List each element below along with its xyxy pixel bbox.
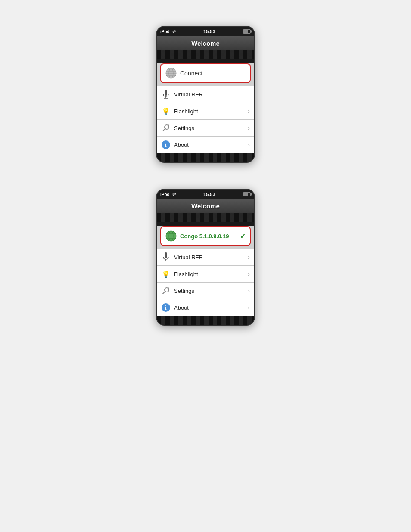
- stripe-top-1: [157, 50, 254, 59]
- globe-icon-2: [165, 230, 177, 242]
- content-1: Connect Virtual RFR 💡 Flashlight: [157, 63, 254, 153]
- flashlight-label-2: Flashlight: [174, 271, 244, 277]
- device-screen1: iPod ⇌ 15.53 Welcome: [156, 26, 255, 163]
- stripe-bottom-2: [157, 316, 254, 325]
- bulb-icon-2: 💡: [161, 269, 171, 279]
- settings-label-2: Settings: [174, 288, 244, 294]
- microphone-icon-2: [161, 252, 171, 262]
- about-chevron-2: ›: [248, 304, 250, 311]
- virtual-rfr-label-1: Virtual RFR: [174, 91, 250, 98]
- connect-label-1: Connect: [180, 70, 246, 77]
- carrier-wifi-2: iPod ⇌: [160, 192, 176, 197]
- about-chevron-1: ›: [248, 141, 250, 148]
- list-item-flashlight-1[interactable]: 💡 Flashlight ›: [157, 103, 254, 120]
- list-item-flashlight-2[interactable]: 💡 Flashlight ›: [157, 266, 254, 283]
- connect-row-2[interactable]: Congo 5.1.0.9.0.19 ✓: [160, 226, 251, 246]
- battery-icon-1: [243, 29, 251, 34]
- menu-list-2: Virtual RFR › 💡 Flashlight › Settings: [157, 249, 254, 316]
- about-label-1: About: [174, 142, 244, 148]
- connected-label-2: Congo 5.1.0.9.0.19: [180, 233, 237, 240]
- flashlight-chevron-2: ›: [248, 271, 250, 277]
- virtual-rfr-chevron-2: ›: [248, 254, 250, 261]
- connect-row-1[interactable]: Connect: [160, 63, 251, 83]
- flashlight-label-1: Flashlight: [174, 108, 244, 115]
- carrier-wifi-1: iPod ⇌: [160, 29, 176, 34]
- about-label-2: About: [174, 305, 244, 311]
- wifi-icon-1: ⇌: [172, 29, 176, 34]
- virtual-rfr-label-2: Virtual RFR: [174, 254, 244, 261]
- list-item-virtual-rfr-2[interactable]: Virtual RFR ›: [157, 249, 254, 266]
- battery-fill-1: [243, 30, 248, 33]
- list-item-about-2[interactable]: i About ›: [157, 299, 254, 316]
- svg-rect-5: [165, 90, 167, 96]
- checkmark-icon-2: ✓: [240, 232, 246, 240]
- content-2: Congo 5.1.0.9.0.19 ✓ Virtual RFR ›: [157, 226, 254, 316]
- nav-title-1: Welcome: [191, 40, 220, 47]
- tools-icon-1: [161, 123, 171, 133]
- battery-fill-2: [243, 193, 248, 196]
- device-screen2: iPod ⇌ 15.53 Welcome: [156, 189, 255, 326]
- nav-title-2: Welcome: [191, 202, 220, 210]
- battery-area-2: [243, 192, 251, 196]
- menu-list-1: Virtual RFR 💡 Flashlight › Settings ›: [157, 86, 254, 153]
- status-bar-1: iPod ⇌ 15.53: [157, 27, 254, 36]
- info-icon-2: i: [161, 303, 171, 312]
- battery-area-1: [243, 29, 251, 34]
- list-item-about-1[interactable]: i About ›: [157, 137, 254, 153]
- list-item-settings-2[interactable]: Settings ›: [157, 283, 254, 299]
- tools-icon-2: [161, 286, 171, 296]
- nav-bar-1: Welcome: [157, 36, 254, 50]
- nav-bar-2: Welcome: [157, 199, 254, 213]
- settings-chevron-2: ›: [248, 287, 250, 294]
- carrier-label-2: iPod: [160, 192, 170, 197]
- stripe-top-2: [157, 213, 254, 222]
- info-icon-1: i: [161, 140, 171, 149]
- svg-text:i: i: [165, 305, 167, 311]
- stripe-bottom-1: [157, 153, 254, 162]
- list-item-virtual-rfr-1[interactable]: Virtual RFR: [157, 86, 254, 103]
- microphone-icon-1: [161, 90, 171, 99]
- bulb-icon-1: 💡: [161, 106, 171, 116]
- status-time-1: 15.53: [203, 29, 215, 34]
- settings-chevron-1: ›: [248, 124, 250, 131]
- svg-text:i: i: [165, 142, 167, 148]
- list-item-settings-1[interactable]: Settings ›: [157, 120, 254, 137]
- settings-label-1: Settings: [174, 125, 244, 131]
- svg-rect-18: [165, 252, 167, 258]
- globe-icon-1: [165, 68, 177, 79]
- status-bar-2: iPod ⇌ 15.53: [157, 190, 254, 199]
- carrier-label-1: iPod: [160, 29, 170, 34]
- wifi-icon-2: ⇌: [172, 192, 176, 197]
- battery-icon-2: [243, 192, 251, 196]
- status-time-2: 15.53: [203, 192, 215, 197]
- flashlight-chevron-1: ›: [248, 108, 250, 115]
